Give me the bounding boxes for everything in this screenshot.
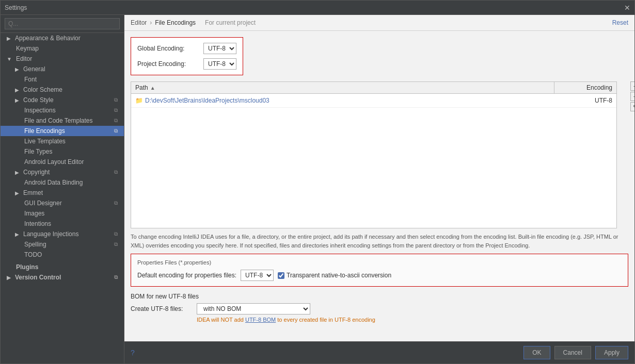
info-text: To change encoding IntelliJ IDEA uses fo… [131,233,628,250]
table-cell-encoding: UTF-8 [554,95,616,106]
sidebar-item-language-injections[interactable]: ▶ Language Injections ⧉ [1,229,124,239]
bom-info-suffix: to every created file in UTF-8 encoding [277,317,375,323]
sidebar-item-gui-designer[interactable]: GUI Designer ⧉ [1,198,124,208]
global-encoding-row: Global Encoding: UTF-8 [137,43,236,54]
breadcrumb-link[interactable]: For current project [205,19,256,26]
copy-icon-3: ⧉ [114,118,118,124]
breadcrumb-parent: Editor [131,19,147,26]
breadcrumb-current: File Encodings [155,19,196,26]
edit-path-button[interactable]: ✎ [630,102,634,111]
properties-encoding-select[interactable]: UTF-8 [241,270,274,281]
path-encoding-table-wrapper: Path ▲ Encoding 📁 D:\devSoft\JetBrains\I… [131,81,628,228]
main-content: Editor › File Encodings For current proj… [124,15,634,363]
table-body: 📁 D:\devSoft\JetBrains\IdeaProjects\mscl… [131,94,616,228]
properties-title: Properties Files (*.properties) [137,259,622,266]
properties-row: Default encoding for properties files: U… [137,270,622,281]
sidebar-item-file-code-templates[interactable]: File and Code Templates ⧉ [1,115,124,126]
breadcrumb: Editor › File Encodings For current proj… [124,15,634,31]
expand-arrow-general-icon: ▶ [15,67,19,72]
sidebar-item-intentions[interactable]: Intentions [1,219,124,229]
reset-link[interactable]: Reset [612,19,628,26]
bom-info: IDEA will NOT add UTF-8 BOM to every cre… [131,317,628,323]
sort-arrow-icon: ▲ [150,85,155,91]
sidebar-item-spelling[interactable]: Spelling ⧉ [1,239,124,250]
path-encoding-table: Path ▲ Encoding 📁 D:\devSoft\JetBrains\I… [131,81,617,228]
sidebar-item-copyright[interactable]: ▶ Copyright ⧉ [1,167,124,177]
window-title: Settings [5,4,624,11]
bom-title: BOM for new UTF-8 files [131,293,628,300]
sidebar: ▶ Appearance & Behavior Keymap ▼ Editor [1,15,124,363]
sidebar-item-file-encodings[interactable]: File Encodings ⧉ [1,126,124,136]
breadcrumb-arrow-icon: › [150,19,152,26]
copy-icon-6: ⧉ [114,200,118,206]
expand-arrow-copyright-icon: ▶ [15,170,19,175]
expand-arrow-color-icon: ▶ [15,87,19,93]
sidebar-item-font[interactable]: Font [1,74,124,85]
expand-arrow-lang-icon: ▶ [15,231,19,237]
sidebar-item-android-layout[interactable]: Android Layout Editor [1,157,124,167]
sidebar-item-android-data-binding[interactable]: Android Data Binding [1,177,124,188]
col-encoding-header: Encoding [554,82,616,93]
close-button[interactable]: ✕ [624,4,630,12]
table-cell-path: 📁 D:\devSoft\JetBrains\IdeaProjects\mscl… [131,95,554,106]
remove-path-button[interactable]: − [630,92,634,101]
sidebar-item-version-control[interactable]: ▶ Version Control ⧉ [1,272,124,283]
sidebar-item-plugins[interactable]: Plugins [1,262,124,272]
sidebar-item-emmet[interactable]: ▶ Emmet [1,188,124,198]
sidebar-item-inspections[interactable]: Inspections ⧉ [1,105,124,115]
sidebar-item-general[interactable]: ▶ General [1,64,124,74]
sidebar-item-editor[interactable]: ▼ Editor [1,54,124,64]
settings-window: Settings ✕ ▶ Appearance & Behavior Keyma… [0,0,635,364]
bom-create-select[interactable]: with NO BOM [197,303,310,315]
expand-arrow-vc-icon: ▶ [7,275,11,280]
transparent-conversion-checkbox[interactable] [278,272,284,279]
cancel-button[interactable]: Cancel [554,346,591,359]
sidebar-item-code-style[interactable]: ▶ Code Style ⧉ [1,95,124,105]
bom-info-link[interactable]: UTF-8 BOM [245,317,276,323]
search-box [1,15,124,33]
help-icon[interactable]: ? [131,349,135,357]
global-encoding-label: Global Encoding: [137,45,199,52]
title-bar: Settings ✕ [1,1,634,15]
apply-button[interactable]: Apply [595,346,628,359]
main-body: Global Encoding: UTF-8 Project Encoding:… [124,31,634,341]
sidebar-item-appearance[interactable]: ▶ Appearance & Behavior [1,33,124,43]
bom-info-prefix: IDEA will NOT add [197,317,245,323]
copy-icon-8: ⧉ [114,241,118,247]
project-encoding-row: Project Encoding: UTF-8 [137,58,236,70]
project-encoding-label: Project Encoding: [137,60,199,68]
sidebar-item-live-templates[interactable]: Live Templates [1,136,124,146]
transparent-conversion-label[interactable]: Transparent native-to-ascii conversion [278,272,391,279]
copy-icon-9: ⧉ [114,274,118,280]
folder-icon: 📁 [135,97,143,104]
sidebar-item-images[interactable]: Images [1,208,124,219]
bom-section: BOM for new UTF-8 files Create UTF-8 fil… [131,293,628,323]
global-encoding-select[interactable]: UTF-8 [203,43,236,54]
copy-icon: ⧉ [114,97,118,103]
copy-icon-5: ⧉ [114,169,118,175]
copy-icon-2: ⧉ [114,107,118,113]
bom-row: Create UTF-8 files: with NO BOM [131,303,628,315]
sidebar-item-file-types[interactable]: File Types [1,146,124,157]
bom-create-label: Create UTF-8 files: [131,305,193,312]
ok-button[interactable]: OK [523,346,550,359]
properties-label: Default encoding for properties files: [137,272,236,279]
bottom-bar: ? OK Cancel Apply [124,341,634,363]
search-input[interactable] [5,18,120,29]
properties-box: Properties Files (*.properties) Default … [131,254,628,287]
sidebar-item-color-scheme[interactable]: ▶ Color Scheme [1,85,124,95]
sidebar-item-keymap[interactable]: Keymap [1,43,124,54]
col-path-header: Path ▲ [131,82,554,93]
expand-arrow-editor-icon: ▼ [7,56,12,62]
copy-icon-4: ⧉ [114,128,118,134]
expand-arrow-emmet-icon: ▶ [15,190,19,196]
project-encoding-select[interactable]: UTF-8 [203,58,236,70]
add-path-button[interactable]: + [630,81,634,91]
expand-arrow-code-icon: ▶ [15,97,19,103]
table-header: Path ▲ Encoding [131,82,616,94]
table-actions: + − ✎ [630,81,634,111]
table-row[interactable]: 📁 D:\devSoft\JetBrains\IdeaProjects\mscl… [131,94,616,108]
copy-icon-7: ⧉ [114,231,118,237]
sidebar-item-todo[interactable]: TODO [1,250,124,260]
encoding-settings-box: Global Encoding: UTF-8 Project Encoding:… [131,37,243,75]
